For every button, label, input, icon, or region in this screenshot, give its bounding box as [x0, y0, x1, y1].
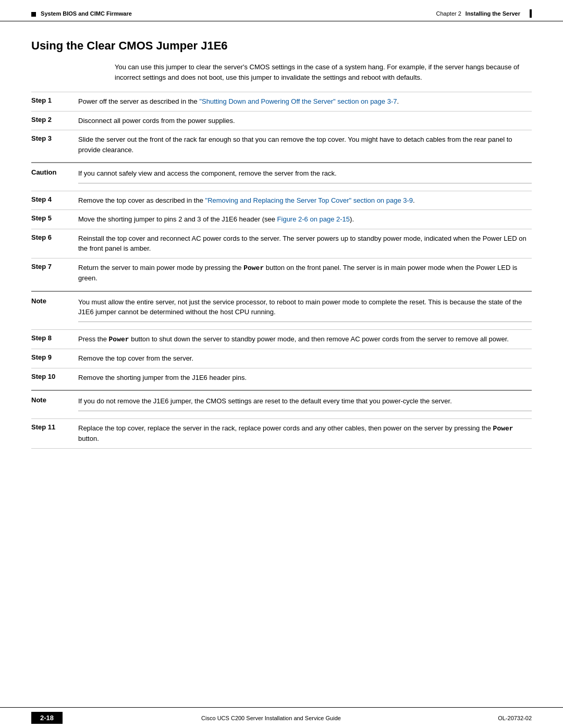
step-content: Reinstall the top cover and reconnect AC…: [78, 233, 532, 254]
note2-label: Note: [31, 396, 78, 404]
header-bar-icon: [530, 9, 532, 18]
step4-link[interactable]: "Removing and Replacing the Server Top C…: [205, 196, 413, 204]
black-square-icon: [31, 12, 36, 17]
step-label: Step 3: [31, 134, 78, 142]
step-content: Move the shorting jumper to pins 2 and 3…: [78, 214, 532, 225]
step-label: Step 8: [31, 334, 78, 342]
step-row: Step 2 Disconnect all power cords from t…: [31, 111, 532, 130]
caution-row: Caution If you cannot safely view and ac…: [31, 162, 532, 189]
step-row: Step 7 Return the server to main power m…: [31, 258, 532, 288]
header-chapter-title: Installing the Server: [466, 10, 520, 17]
step-label: Step 10: [31, 373, 78, 380]
step-content: Return the server to main power mode by …: [78, 263, 532, 283]
step-row: Step 9 Remove the top cover from the ser…: [31, 349, 532, 368]
page-footer: 2-18 Cisco UCS C200 Server Installation …: [0, 707, 563, 728]
note2-row: Note If you do not remove the J1E6 jumpe…: [31, 390, 532, 416]
header-right: Chapter 2 Installing the Server: [436, 9, 532, 18]
step-content: Remove the top cover from the server.: [78, 353, 532, 364]
step-row: Step 8 Press the Power button to shut do…: [31, 329, 532, 349]
step-content: Disconnect all power cords from the powe…: [78, 116, 532, 126]
page-header: System BIOS and CIMC Firmware Chapter 2 …: [0, 0, 563, 21]
intro-paragraph: You can use this jumper to clear the ser…: [115, 62, 532, 82]
step-content: Slide the server out the front of the ra…: [78, 134, 532, 155]
step-label: Step 5: [31, 214, 78, 222]
step1-link[interactable]: "Shutting Down and Powering Off the Serv…: [199, 97, 397, 105]
step-row: Step 3 Slide the server out the front of…: [31, 130, 532, 159]
page: System BIOS and CIMC Firmware Chapter 2 …: [0, 0, 563, 728]
content-area: Using the Clear CMOS Jumper J1E6 You can…: [0, 23, 563, 480]
header-chapter-label: Chapter 2: [436, 10, 461, 17]
step-row: Step 4 Remove the top cover as described…: [31, 191, 532, 210]
step5-link[interactable]: Figure 2-6 on page 2-15: [277, 215, 350, 223]
step-label: Step 6: [31, 233, 78, 241]
footer-center-text: Cisco UCS C200 Server Installation and S…: [63, 715, 480, 721]
step-row: Step 11 Replace the top cover, replace t…: [31, 418, 532, 449]
power-mono: Power: [243, 264, 264, 272]
note1-label: Note: [31, 297, 78, 305]
step-content: Remove the shorting jumper from the J1E6…: [78, 373, 532, 383]
header-section-label: System BIOS and CIMC Firmware: [41, 10, 132, 17]
step-row: Step 1 Power off the server as described…: [31, 92, 532, 111]
step-row: Step 6 Reinstall the top cover and recon…: [31, 229, 532, 258]
step-label: Step 9: [31, 353, 78, 361]
power-mono-3: Power: [493, 425, 513, 433]
step-label: Step 4: [31, 195, 78, 203]
step-content: Remove the top cover as described in the…: [78, 195, 532, 206]
section-title: Using the Clear CMOS Jumper J1E6: [31, 39, 532, 53]
note2-content: If you do not remove the J1E6 jumper, th…: [78, 396, 532, 411]
power-mono-2: Power: [109, 336, 129, 343]
note1-row: Note You must allow the entire server, n…: [31, 291, 532, 327]
note1-content: You must allow the entire server, not ju…: [78, 297, 532, 322]
step-label: Step 7: [31, 263, 78, 270]
step-label: Step 1: [31, 96, 78, 104]
caution-label: Caution: [31, 168, 78, 176]
footer-right-text: OL-20732-02: [480, 715, 532, 721]
step-content: Replace the top cover, replace the serve…: [78, 423, 532, 444]
steps-container: Step 1 Power off the server as described…: [31, 92, 532, 449]
step-content: Press the Power button to shut down the …: [78, 334, 532, 345]
page-number: 2-18: [31, 712, 63, 724]
step-row: Step 5 Move the shorting jumper to pins …: [31, 209, 532, 229]
caution-content: If you cannot safely view and access the…: [78, 168, 532, 183]
step-label: Step 11: [31, 423, 78, 431]
header-left: System BIOS and CIMC Firmware: [31, 10, 132, 17]
step-row: Step 10 Remove the shorting jumper from …: [31, 368, 532, 387]
step-label: Step 2: [31, 116, 78, 124]
step-content: Power off the server as described in the…: [78, 96, 532, 107]
